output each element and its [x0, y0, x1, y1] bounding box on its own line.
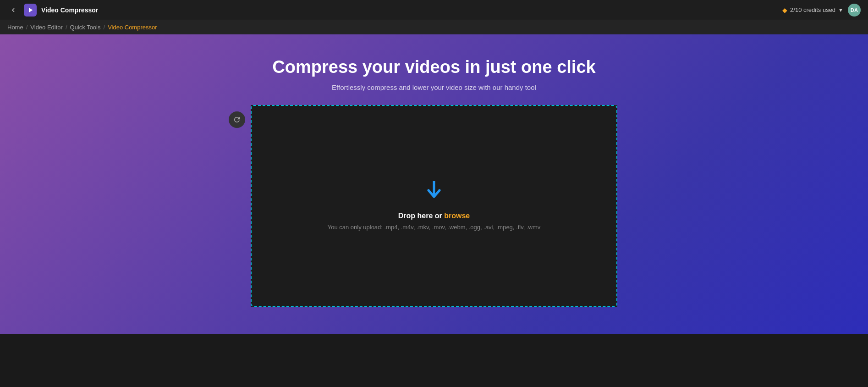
download-arrow-icon: [426, 181, 442, 201]
refresh-icon: [233, 116, 241, 124]
navbar-right: ◆ 2/10 credits used ▼ DA: [782, 4, 861, 17]
back-icon: [9, 6, 17, 14]
browse-link[interactable]: browse: [444, 212, 470, 220]
app-logo-icon: [26, 6, 34, 14]
breadcrumb-video-editor[interactable]: Video Editor: [30, 24, 63, 31]
navbar-left: Video Compressor: [7, 4, 98, 17]
refresh-button[interactable]: [229, 111, 245, 128]
breadcrumb-home[interactable]: Home: [7, 24, 23, 31]
hero-section: Compress your videos in just one click E…: [0, 34, 868, 334]
hero-subtitle: Effortlessly compress and lower your vid…: [9, 83, 859, 91]
breadcrumb-sep-2: /: [66, 24, 67, 31]
app-title: Video Compressor: [41, 6, 98, 14]
credits-text: 2/10 credits used: [790, 6, 835, 13]
breadcrumb-current: Video Compressor: [108, 24, 157, 31]
drop-text: Drop here or browse: [398, 212, 470, 220]
back-button[interactable]: [7, 4, 19, 16]
breadcrumb-sep-1: /: [26, 24, 28, 31]
app-icon: [24, 4, 37, 17]
navbar: Video Compressor ◆ 2/10 credits used ▼ D…: [0, 0, 868, 20]
drop-zone-wrapper: Drop here or browse You can only upload:…: [251, 105, 617, 307]
breadcrumb-sep-3: /: [104, 24, 105, 31]
breadcrumb-quick-tools[interactable]: Quick Tools: [70, 24, 101, 31]
main-content: [0, 334, 868, 387]
breadcrumb: Home / Video Editor / Quick Tools / Vide…: [0, 20, 868, 34]
chevron-down-icon: ▼: [838, 7, 843, 13]
diamond-icon: ◆: [782, 6, 787, 14]
credits-area[interactable]: ◆ 2/10 credits used ▼: [782, 6, 843, 14]
drop-here-label: Drop here or: [398, 212, 444, 220]
drop-arrow-icon: [426, 181, 442, 205]
avatar-initials: DA: [851, 7, 858, 13]
drop-zone[interactable]: Drop here or browse You can only upload:…: [251, 105, 617, 307]
avatar[interactable]: DA: [848, 4, 861, 17]
hero-title: Compress your videos in just one click: [9, 57, 859, 77]
drop-formats: You can only upload: .mp4, .m4v, .mkv, .…: [328, 224, 541, 231]
